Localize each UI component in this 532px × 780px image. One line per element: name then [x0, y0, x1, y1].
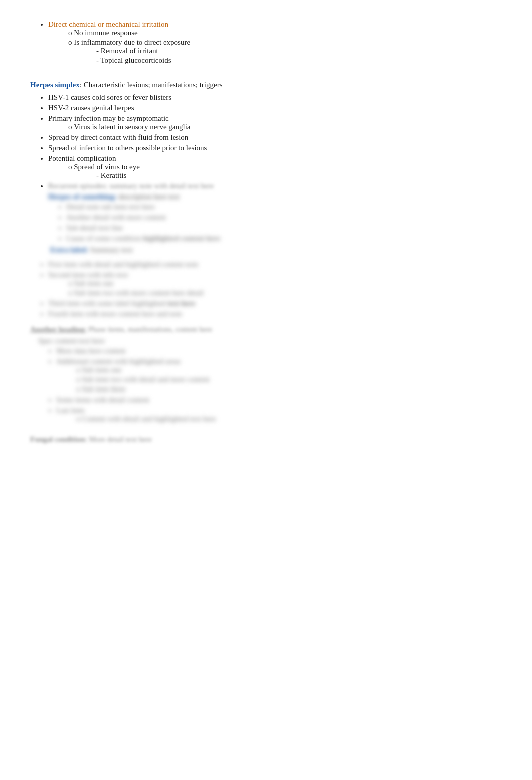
blurred-section-3-heading: Another heading: Phase items, manifestat… [30, 325, 502, 334]
herpes-simplex-heading: Herpes simplex: Characteristic lesions; … [30, 81, 502, 89]
herpes-simplex-title: Herpes simplex [30, 81, 80, 89]
spread-infection-others: Spread of infection to others possible p… [48, 144, 502, 152]
no-immune-response: No immune response [68, 29, 502, 37]
herpes-simplex-section: Herpes simplex: Characteristic lesions; … [30, 81, 502, 444]
blurred-section-2: First item with detail and highlighted c… [30, 260, 502, 318]
removal-irritant: Removal of irritant [96, 47, 502, 55]
blurred-bottom-heading: Fungal condition: More detail text here [30, 435, 502, 444]
hsv1-bullet: HSV-1 causes cold sores or fever blister… [48, 93, 502, 102]
irritation-section: Direct chemical or mechanical irritation… [30, 20, 502, 65]
keratitis: Keratitis [96, 171, 502, 180]
irritation-title: Direct chemical or mechanical irritation [48, 20, 168, 28]
hsv2-bullet: HSV-2 causes genital herpes [48, 104, 502, 112]
blurred-section-1: Herpes of something: description here te… [48, 192, 502, 254]
spread-to-eye: Spread of virus to eye Keratitis [68, 163, 502, 180]
spread-direct-contact: Spread by direct contact with fluid from… [48, 133, 502, 142]
primary-infection-bullet: Primary infection may be asymptomatic Vi… [48, 114, 502, 131]
potential-complication: Potential complication Spread of virus t… [48, 154, 502, 180]
blurred-bullet-1: Recurrent episodes: summary note with de… [48, 182, 502, 190]
blurred-section-3-content: Spec content text here More data here co… [38, 337, 502, 423]
herpes-simplex-heading-rest: : Characteristic lesions; manifestations… [80, 81, 223, 89]
irritation-bullet: Direct chemical or mechanical irritation… [48, 20, 502, 65]
inflammatory-exposure: Is inflammatory due to direct exposure R… [68, 38, 502, 65]
page-content: Direct chemical or mechanical irritation… [30, 20, 502, 444]
topical-glucocorticoids: Topical glucocorticoids [96, 56, 502, 65]
latent-ganglia: Virus is latent in sensory nerve ganglia [68, 123, 502, 131]
